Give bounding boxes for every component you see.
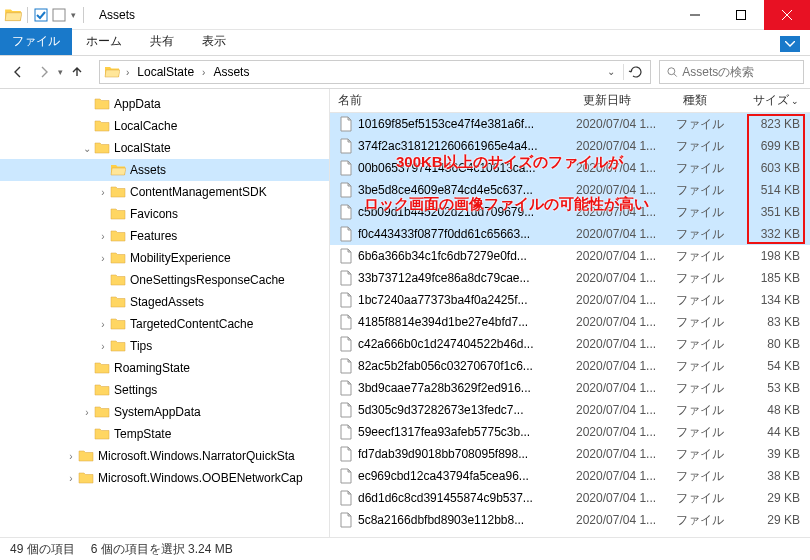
expand-toggle[interactable]: › [80,407,94,418]
address-dropdown[interactable]: ⌄ [601,64,621,80]
file-row[interactable]: c5b09d1b445202d21dd709679...2020/07/04 1… [330,201,810,223]
tree-node[interactable]: ›ContentManagementSDK [0,181,329,203]
file-name: 3bd9caae77a28b3629f2ed916... [358,381,576,395]
tree-node[interactable]: ›SystemAppData [0,401,329,423]
folder-icon [110,316,126,332]
tab-view[interactable]: 表示 [188,28,240,55]
file-icon [338,314,354,330]
file-row[interactable]: 82ac5b2fab056c03270670f1c6...2020/07/04 … [330,355,810,377]
file-name: c42a666b0c1d247404522b46d... [358,337,576,351]
tab-file[interactable]: ファイル [0,28,72,55]
expand-toggle[interactable]: › [96,319,110,330]
file-row[interactable]: 5d305c9d37282673e13fedc7...2020/07/04 1.… [330,399,810,421]
checkbox-unchecked-icon[interactable] [51,7,67,23]
svg-rect-1 [53,9,65,21]
tree-node[interactable]: Settings [0,379,329,401]
tree-node[interactable]: Assets [0,159,329,181]
tree-node[interactable]: RoamingState [0,357,329,379]
refresh-button[interactable] [626,64,646,80]
search-input[interactable] [682,65,797,79]
tree-label: Settings [114,383,157,397]
file-size: 823 KB [746,117,810,131]
folder-icon [110,184,126,200]
tree-label: LocalState [114,141,171,155]
tree-node[interactable]: Favicons [0,203,329,225]
file-size: 39 KB [746,447,810,461]
breadcrumb[interactable]: LocalState [135,65,196,79]
tree-node[interactable]: ›Tips [0,335,329,357]
file-type: ファイル [676,292,746,309]
checkbox-checked-icon[interactable] [33,7,49,23]
expand-toggle[interactable]: › [96,231,110,242]
expand-toggle[interactable]: ⌄ [80,143,94,154]
file-row[interactable]: 33b73712a49fce86a8dc79cae...2020/07/04 1… [330,267,810,289]
file-row[interactable]: ec969cbd12ca43794fa5cea96...2020/07/04 1… [330,465,810,487]
file-row[interactable]: 00b065379741436C4c10613ca...2020/07/04 1… [330,157,810,179]
tree-node[interactable]: ›TargetedContentCache [0,313,329,335]
file-row[interactable]: 3bd9caae77a28b3629f2ed916...2020/07/04 1… [330,377,810,399]
column-name[interactable]: 名前 [330,92,575,109]
file-row[interactable]: fd7dab39d9018bb708095f898...2020/07/04 1… [330,443,810,465]
tree-node[interactable]: ›Microsoft.Windows.OOBENetworkCap [0,467,329,489]
file-list[interactable]: 300KB以上のサイズのファイルが ロック画面の画像ファイルの可能性が高い 10… [330,113,810,537]
breadcrumb[interactable]: Assets [211,65,251,79]
close-button[interactable] [764,0,810,30]
file-date: 2020/07/04 1... [576,271,676,285]
svg-rect-3 [737,11,746,20]
file-name: f0c443433f0877f0dd61c65663... [358,227,576,241]
file-row[interactable]: d6d1d6c8cd391455874c9b537...2020/07/04 1… [330,487,810,509]
file-row[interactable]: f0c443433f0877f0dd61c65663...2020/07/04 … [330,223,810,245]
file-row[interactable]: 1bc7240aa77373ba4f0a2425f...2020/07/04 1… [330,289,810,311]
maximize-button[interactable] [718,0,764,30]
file-date: 2020/07/04 1... [576,337,676,351]
column-size[interactable]: サイズ⌄ [745,92,810,109]
tab-home[interactable]: ホーム [72,28,136,55]
forward-button[interactable] [32,60,56,84]
navigation-tree[interactable]: AppDataLocalCache⌄LocalStateAssets›Conte… [0,89,330,537]
tree-node[interactable]: ⌄LocalState [0,137,329,159]
file-row[interactable]: 59eecf1317fea93afeb5775c3b...2020/07/04 … [330,421,810,443]
tree-node[interactable]: TempState [0,423,329,445]
file-name: fd7dab39d9018bb708095f898... [358,447,576,461]
file-name: d6d1d6c8cd391455874c9b537... [358,491,576,505]
file-row[interactable]: 3be5d8ce4609e874cd4e5c637...2020/07/04 1… [330,179,810,201]
file-size: 603 KB [746,161,810,175]
file-row[interactable]: 6b6a366b34c1fc6db7279e0fd...2020/07/04 1… [330,245,810,267]
tree-node[interactable]: LocalCache [0,115,329,137]
file-type: ファイル [676,424,746,441]
file-size: 54 KB [746,359,810,373]
file-row[interactable]: 374f2ac318121260661965e4a4...2020/07/04 … [330,135,810,157]
file-type: ファイル [676,512,746,529]
tab-share[interactable]: 共有 [136,28,188,55]
file-row[interactable]: c42a666b0c1d247404522b46d...2020/07/04 1… [330,333,810,355]
file-icon [338,182,354,198]
tree-label: ContentManagementSDK [130,185,267,199]
expand-toggle[interactable]: › [96,341,110,352]
tree-node[interactable]: OneSettingsResponseCache [0,269,329,291]
svg-line-7 [674,74,677,77]
up-button[interactable] [65,60,89,84]
column-date[interactable]: 更新日時 [575,92,675,109]
tree-node[interactable]: ›MobilityExperience [0,247,329,269]
expand-toggle[interactable]: › [64,473,78,484]
file-icon [338,446,354,462]
qat-dropdown[interactable]: ▾ [69,10,78,20]
file-row[interactable]: 4185f8814e394d1be27e4bfd7...2020/07/04 1… [330,311,810,333]
minimize-button[interactable] [672,0,718,30]
history-dropdown[interactable]: ▾ [58,67,63,77]
tree-node[interactable]: AppData [0,93,329,115]
search-box[interactable] [659,60,804,84]
file-row[interactable]: 10169f85ef5153ce47f4e381a6f...2020/07/04… [330,113,810,135]
tree-node[interactable]: ›Microsoft.Windows.NarratorQuickSta [0,445,329,467]
address-bar[interactable]: › LocalState › Assets ⌄ [99,60,651,84]
tree-node[interactable]: StagedAssets [0,291,329,313]
file-row[interactable]: 5c8a2166dbfbd8903e112bb8...2020/07/04 1.… [330,509,810,531]
expand-toggle[interactable]: › [96,187,110,198]
expand-toggle[interactable]: › [64,451,78,462]
back-button[interactable] [6,60,30,84]
tree-node[interactable]: ›Features [0,225,329,247]
file-name: 5c8a2166dbfbd8903e112bb8... [358,513,576,527]
column-type[interactable]: 種類 [675,92,745,109]
ribbon-toggle[interactable] [780,36,800,52]
expand-toggle[interactable]: › [96,253,110,264]
